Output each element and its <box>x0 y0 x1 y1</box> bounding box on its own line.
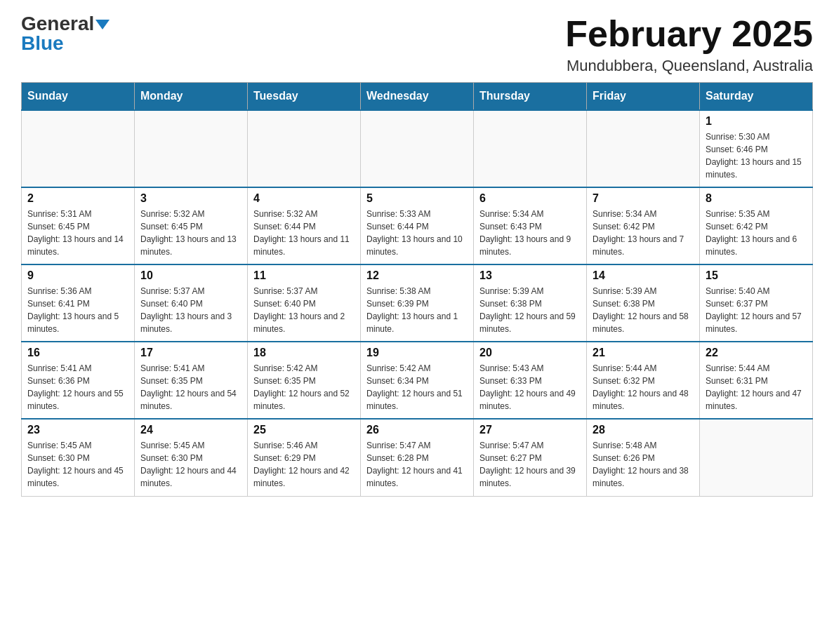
calendar-cell <box>474 110 587 187</box>
day-info: Sunrise: 5:35 AMSunset: 6:42 PMDaylight:… <box>706 208 807 258</box>
location-title: Mundubbera, Queensland, Australia <box>565 57 813 75</box>
week-row-2: 2Sunrise: 5:31 AMSunset: 6:45 PMDaylight… <box>22 187 813 264</box>
calendar-cell <box>22 110 135 187</box>
calendar-cell <box>248 110 361 187</box>
calendar-cell <box>700 419 813 496</box>
calendar-cell: 27Sunrise: 5:47 AMSunset: 6:27 PMDayligh… <box>474 419 587 496</box>
day-info: Sunrise: 5:41 AMSunset: 6:36 PMDaylight:… <box>27 362 128 412</box>
day-info: Sunrise: 5:34 AMSunset: 6:43 PMDaylight:… <box>479 208 581 258</box>
day-info: Sunrise: 5:48 AMSunset: 6:26 PMDaylight:… <box>593 439 694 490</box>
calendar-cell: 14Sunrise: 5:39 AMSunset: 6:38 PMDayligh… <box>587 264 700 342</box>
day-info: Sunrise: 5:31 AMSunset: 6:45 PMDaylight:… <box>27 208 128 258</box>
day-info: Sunrise: 5:45 AMSunset: 6:30 PMDaylight:… <box>27 439 128 490</box>
weekday-header-thursday: Thursday <box>474 83 587 111</box>
day-number: 26 <box>366 424 468 436</box>
day-number: 19 <box>366 347 468 359</box>
weekday-header-sunday: Sunday <box>22 83 135 111</box>
week-row-5: 23Sunrise: 5:45 AMSunset: 6:30 PMDayligh… <box>22 419 813 496</box>
day-number: 2 <box>27 192 128 205</box>
calendar-header-row: SundayMondayTuesdayWednesdayThursdayFrid… <box>22 83 813 111</box>
calendar-cell: 9Sunrise: 5:36 AMSunset: 6:41 PMDaylight… <box>22 264 135 342</box>
calendar-cell: 5Sunrise: 5:33 AMSunset: 6:44 PMDaylight… <box>361 187 474 264</box>
calendar-cell: 12Sunrise: 5:38 AMSunset: 6:39 PMDayligh… <box>361 264 474 342</box>
week-row-3: 9Sunrise: 5:36 AMSunset: 6:41 PMDaylight… <box>22 264 813 342</box>
logo-text: General <box>21 14 110 34</box>
weekday-header-tuesday: Tuesday <box>248 83 361 111</box>
page-header: General Blue February 2025 Mundubbera, Q… <box>21 14 813 75</box>
calendar-cell: 28Sunrise: 5:48 AMSunset: 6:26 PMDayligh… <box>587 419 700 496</box>
day-number: 23 <box>27 424 128 436</box>
day-number: 18 <box>253 347 355 359</box>
day-info: Sunrise: 5:39 AMSunset: 6:38 PMDaylight:… <box>593 285 694 335</box>
calendar-cell: 11Sunrise: 5:37 AMSunset: 6:40 PMDayligh… <box>248 264 361 342</box>
weekday-header-monday: Monday <box>135 83 248 111</box>
calendar-cell: 19Sunrise: 5:42 AMSunset: 6:34 PMDayligh… <box>361 342 474 419</box>
calendar-cell: 25Sunrise: 5:46 AMSunset: 6:29 PMDayligh… <box>248 419 361 496</box>
day-info: Sunrise: 5:44 AMSunset: 6:31 PMDaylight:… <box>706 362 807 412</box>
day-number: 12 <box>366 269 468 282</box>
day-info: Sunrise: 5:30 AMSunset: 6:46 PMDaylight:… <box>706 130 807 181</box>
day-number: 25 <box>253 424 355 436</box>
day-info: Sunrise: 5:32 AMSunset: 6:45 PMDaylight:… <box>140 208 241 258</box>
day-number: 15 <box>706 269 807 282</box>
day-number: 10 <box>140 269 241 282</box>
day-number: 4 <box>253 192 355 205</box>
calendar-cell: 20Sunrise: 5:43 AMSunset: 6:33 PMDayligh… <box>474 342 587 419</box>
day-info: Sunrise: 5:47 AMSunset: 6:28 PMDaylight:… <box>366 439 468 490</box>
title-section: February 2025 Mundubbera, Queensland, Au… <box>565 14 813 75</box>
calendar-cell: 8Sunrise: 5:35 AMSunset: 6:42 PMDaylight… <box>700 187 813 264</box>
day-info: Sunrise: 5:33 AMSunset: 6:44 PMDaylight:… <box>366 208 468 258</box>
calendar-cell: 13Sunrise: 5:39 AMSunset: 6:38 PMDayligh… <box>474 264 587 342</box>
calendar-table: SundayMondayTuesdayWednesdayThursdayFrid… <box>21 82 813 497</box>
calendar-cell <box>135 110 248 187</box>
calendar-cell: 2Sunrise: 5:31 AMSunset: 6:45 PMDaylight… <box>22 187 135 264</box>
day-number: 22 <box>706 347 807 359</box>
calendar-cell: 4Sunrise: 5:32 AMSunset: 6:44 PMDaylight… <box>248 187 361 264</box>
calendar-cell: 10Sunrise: 5:37 AMSunset: 6:40 PMDayligh… <box>135 264 248 342</box>
calendar-cell: 17Sunrise: 5:41 AMSunset: 6:35 PMDayligh… <box>135 342 248 419</box>
week-row-4: 16Sunrise: 5:41 AMSunset: 6:36 PMDayligh… <box>22 342 813 419</box>
day-number: 11 <box>253 269 355 282</box>
calendar-cell: 6Sunrise: 5:34 AMSunset: 6:43 PMDaylight… <box>474 187 587 264</box>
day-info: Sunrise: 5:47 AMSunset: 6:27 PMDaylight:… <box>479 439 581 490</box>
month-title: February 2025 <box>565 14 813 54</box>
calendar-cell: 3Sunrise: 5:32 AMSunset: 6:45 PMDaylight… <box>135 187 248 264</box>
logo: General Blue <box>21 14 110 53</box>
day-info: Sunrise: 5:42 AMSunset: 6:34 PMDaylight:… <box>366 362 468 412</box>
day-number: 21 <box>593 347 694 359</box>
day-info: Sunrise: 5:37 AMSunset: 6:40 PMDaylight:… <box>253 285 355 335</box>
day-number: 7 <box>593 192 694 205</box>
day-number: 9 <box>27 269 128 282</box>
day-number: 5 <box>366 192 468 205</box>
calendar-cell: 23Sunrise: 5:45 AMSunset: 6:30 PMDayligh… <box>22 419 135 496</box>
day-number: 27 <box>479 424 581 436</box>
day-info: Sunrise: 5:46 AMSunset: 6:29 PMDaylight:… <box>253 439 355 490</box>
day-info: Sunrise: 5:44 AMSunset: 6:32 PMDaylight:… <box>593 362 694 412</box>
day-info: Sunrise: 5:39 AMSunset: 6:38 PMDaylight:… <box>479 285 581 335</box>
day-number: 14 <box>593 269 694 282</box>
calendar-cell: 7Sunrise: 5:34 AMSunset: 6:42 PMDaylight… <box>587 187 700 264</box>
day-number: 8 <box>706 192 807 205</box>
day-info: Sunrise: 5:36 AMSunset: 6:41 PMDaylight:… <box>27 285 128 335</box>
day-number: 1 <box>706 115 807 128</box>
calendar-cell: 1Sunrise: 5:30 AMSunset: 6:46 PMDaylight… <box>700 110 813 187</box>
day-info: Sunrise: 5:42 AMSunset: 6:35 PMDaylight:… <box>253 362 355 412</box>
day-number: 17 <box>140 347 241 359</box>
weekday-header-wednesday: Wednesday <box>361 83 474 111</box>
calendar-cell: 24Sunrise: 5:45 AMSunset: 6:30 PMDayligh… <box>135 419 248 496</box>
day-info: Sunrise: 5:41 AMSunset: 6:35 PMDaylight:… <box>140 362 241 412</box>
day-info: Sunrise: 5:45 AMSunset: 6:30 PMDaylight:… <box>140 439 241 490</box>
logo-triangle-icon <box>95 20 110 29</box>
logo-general: General <box>21 13 94 34</box>
day-number: 28 <box>593 424 694 436</box>
day-number: 20 <box>479 347 581 359</box>
weekday-header-friday: Friday <box>587 83 700 111</box>
calendar-cell: 21Sunrise: 5:44 AMSunset: 6:32 PMDayligh… <box>587 342 700 419</box>
calendar-cell: 26Sunrise: 5:47 AMSunset: 6:28 PMDayligh… <box>361 419 474 496</box>
calendar-cell <box>587 110 700 187</box>
day-info: Sunrise: 5:37 AMSunset: 6:40 PMDaylight:… <box>140 285 241 335</box>
calendar-cell: 16Sunrise: 5:41 AMSunset: 6:36 PMDayligh… <box>22 342 135 419</box>
day-info: Sunrise: 5:38 AMSunset: 6:39 PMDaylight:… <box>366 285 468 335</box>
day-number: 13 <box>479 269 581 282</box>
day-info: Sunrise: 5:34 AMSunset: 6:42 PMDaylight:… <box>593 208 694 258</box>
